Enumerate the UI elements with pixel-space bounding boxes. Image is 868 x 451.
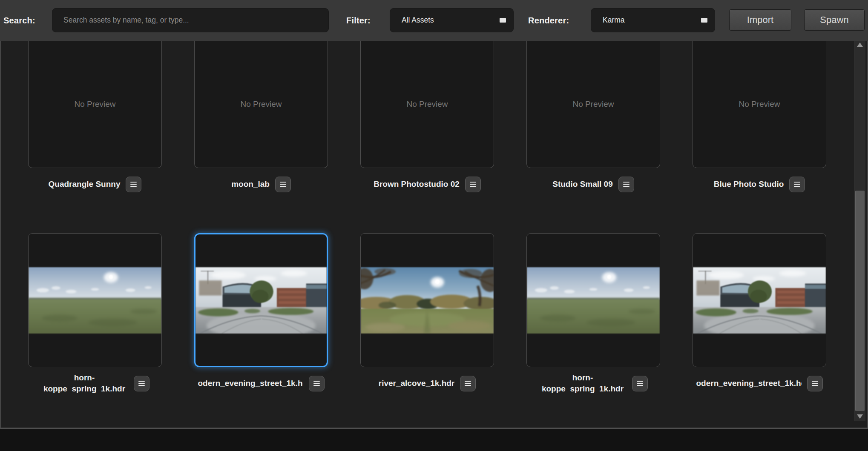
scrollbar[interactable] [854,41,865,421]
asset-name: horn-koppe_spring_1k.hdr [539,372,627,394]
menu-button[interactable] [807,376,823,391]
no-preview-text: No Preview [572,100,614,109]
asset-thumbnail[interactable]: No Preview [194,41,328,168]
menu-icon [130,184,137,185]
bottom-bar [0,429,868,451]
no-preview-text: No Preview [406,100,448,109]
asset-thumbnail[interactable]: No Preview [360,41,494,168]
dropdown-indicator-icon [500,18,506,23]
asset-name: Blue Photo Studio [714,179,784,190]
filter-dropdown[interactable]: All Assets [390,8,514,32]
menu-icon [623,184,629,185]
scroll-up-icon[interactable] [857,43,863,47]
asset-name: river_alcove_1k.hdr [379,378,455,389]
asset-card: No Preview Brown Photostudio 02 [360,41,494,193]
asset-card: odern_evening_street_1k.hd [693,233,826,392]
menu-icon [794,184,800,185]
street-panorama-image [693,267,826,334]
asset-card: horn-koppe_spring_1k.hdr [28,233,162,392]
filter-value: All Assets [390,16,500,25]
menu-button[interactable] [618,177,634,192]
renderer-value: Karma [591,16,701,25]
menu-button[interactable] [134,376,149,391]
asset-card: No Preview Quadrangle Sunny [28,41,162,193]
asset-card: No Preview moon_lab [194,41,328,193]
spawn-button[interactable]: Spawn [804,9,865,31]
no-preview-text: No Preview [74,100,115,109]
asset-thumbnail[interactable] [526,233,660,367]
meadow-panorama-image [527,267,660,334]
dropdown-indicator-icon [701,18,707,23]
asset-grid-row-2: horn-koppe_spring_1k.hdr odern_evening_s… [28,233,867,392]
menu-button[interactable] [460,376,476,391]
no-preview-text: No Preview [240,100,282,109]
toolbar: Search: Filter: All Assets Renderer: Kar… [0,0,868,41]
scrollbar-thumb[interactable] [855,191,865,411]
asset-thumbnail[interactable] [360,233,494,367]
menu-button[interactable] [632,376,648,391]
asset-name: moon_lab [231,179,270,190]
menu-icon [138,383,145,384]
menu-icon [470,184,476,185]
scroll-down-icon[interactable] [857,414,863,419]
menu-icon [637,383,643,384]
asset-card-selected: odern_evening_street_1k.hd [194,233,328,392]
menu-icon [465,383,471,384]
menu-icon [313,383,320,384]
meadow-panorama-image [29,267,161,334]
search-input[interactable] [52,8,329,32]
asset-thumbnail[interactable]: No Preview [526,41,660,168]
renderer-label: Renderer: [528,16,569,26]
no-preview-text: No Preview [739,100,780,109]
menu-button[interactable] [789,177,805,192]
asset-thumbnail[interactable] [28,233,162,367]
asset-thumbnail[interactable] [194,233,328,367]
asset-name: odern_evening_street_1k.hd [198,378,303,389]
menu-button[interactable] [275,177,291,192]
asset-card: horn-koppe_spring_1k.hdr [526,233,660,392]
menu-button[interactable] [126,177,141,192]
asset-name: Brown Photostudio 02 [374,179,460,190]
menu-icon [280,184,286,185]
import-button[interactable]: Import [729,9,791,31]
menu-button[interactable] [465,177,481,192]
asset-name: horn-koppe_spring_1k.hdr [41,372,128,394]
street-panorama-image [195,267,327,334]
search-label: Search: [3,16,35,26]
asset-name: Quadrangle Sunny [49,179,121,190]
asset-thumbnail[interactable] [693,233,826,367]
asset-browser-panel: No Preview Quadrangle Sunny No Preview m… [0,41,868,429]
asset-thumbnail[interactable]: No Preview [693,41,826,168]
asset-card: No Preview Studio Small 09 [526,41,660,193]
asset-thumbnail[interactable]: No Preview [28,41,162,168]
asset-name: odern_evening_street_1k.hd [696,378,802,389]
renderer-dropdown[interactable]: Karma [591,8,715,32]
menu-button[interactable] [309,376,325,391]
asset-card: No Preview Blue Photo Studio [693,41,826,193]
asset-card: river_alcove_1k.hdr [360,233,494,392]
river-panorama-image [361,267,494,334]
asset-name: Studio Small 09 [552,179,612,190]
menu-icon [812,383,818,384]
asset-grid-row-1: No Preview Quadrangle Sunny No Preview m… [28,41,867,193]
filter-label: Filter: [346,16,371,26]
